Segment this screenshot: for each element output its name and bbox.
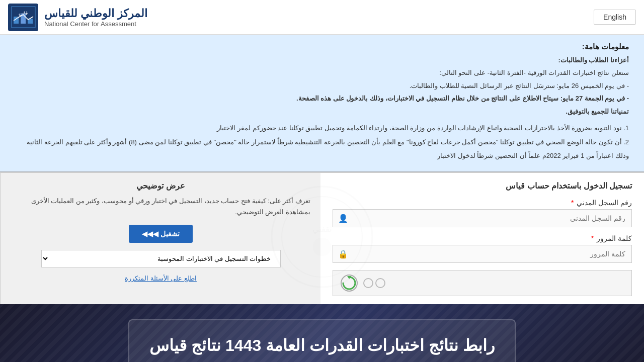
demo-description: تعرف أكثر على: كيفية فتح حساب جديد، التس…: [11, 196, 310, 218]
password-icon: 🔒: [333, 249, 353, 259]
header-logo-text: المركز الوطني للقياس National Center for…: [44, 7, 147, 28]
info-line-3: تمنياتنا للجميع بالتوفيق.: [15, 106, 629, 117]
password-label: كلمة المرور *: [333, 234, 632, 242]
header-logo: المركز الوطني للقياس National Center for…: [8, 4, 147, 31]
id-label: رقم السجل المدني *: [333, 199, 632, 207]
notice-2: 2. أن تكون حالة الوضع الصحي في تطبيق توك…: [15, 136, 629, 149]
tutorial-column: عرض توضيحي تعرف أكثر على: كيفية فتح حساب…: [0, 173, 320, 304]
banner-box: رابط نتائج اختبارات القدرات العامة 1443 …: [128, 319, 515, 362]
password-required-star: *: [591, 234, 594, 242]
id-label-text: رقم السجل المدني: [577, 199, 632, 207]
id-form-group: رقم السجل المدني * 👤: [333, 199, 632, 227]
info-section: معلومات هامة: أعزاءنا الطلاب والطالبات: …: [0, 35, 644, 171]
login-title: تسجيل الدخول باستخدام حساب قياس: [333, 181, 632, 191]
info-greeting: أعزاءنا الطلاب والطالبات:: [15, 54, 629, 66]
password-input-wrapper: 🔒: [333, 245, 632, 263]
id-icon: 👤: [333, 214, 353, 223]
main-area: ثقفني عرض توضيحي تعرف أكثر على: كيفية فت…: [0, 171, 644, 304]
columns: عرض توضيحي تعرف أكثر على: كيفية فتح حساب…: [0, 171, 644, 304]
recaptcha-icon: [340, 274, 358, 292]
logo-main-title: المركز الوطني للقياس: [44, 7, 147, 20]
demo-title: عرض توضيحي: [11, 181, 310, 191]
password-form-group: كلمة المرور * 🔒: [333, 234, 632, 263]
logo-icon: قياس: [8, 4, 38, 31]
info-line-2: - في يوم الجمعة 27 مايو: سيتاح الاطلاع ع…: [15, 93, 629, 104]
info-text: أعزاءنا الطلاب والطالبات: ستعلن نتائج اخ…: [15, 54, 629, 117]
info-line-0: ستعلن نتائج اختبارات القدرات الورقية -ال…: [15, 67, 629, 78]
captcha-area[interactable]: [333, 270, 632, 296]
id-input-wrapper: 👤: [333, 209, 632, 227]
info-notice: 1. نود التنويه بضرورة الأخذ بالاحترازات …: [15, 122, 629, 162]
password-input[interactable]: [353, 245, 631, 262]
banner: رابط نتائج اختبارات القدرات العامة 1443 …: [0, 304, 644, 362]
banner-text: رابط نتائج اختبارات القدرات العامة 1443 …: [149, 334, 494, 357]
dropdown-row: ▼خطوات التسجيل في الاختبارات المحوسبة: [11, 250, 310, 267]
header: English المركز الوطني للقياس National Ce…: [0, 0, 644, 35]
password-label-text: كلمة المرور: [597, 234, 632, 242]
tutorial-dropdown[interactable]: ▼خطوات التسجيل في الاختبارات المحوسبة: [41, 250, 281, 267]
info-title: معلومات هامة:: [15, 42, 629, 51]
notice-1: 1. نود التنويه بضرورة الأخذ بالاحترازات …: [15, 122, 629, 135]
login-column: تسجيل الدخول باستخدام حساب قياس رقم السج…: [320, 173, 644, 304]
id-required-star: *: [571, 199, 574, 207]
logo-sub-title: National Center for Assessment: [44, 20, 147, 28]
english-button[interactable]: English: [594, 10, 636, 25]
captcha-circles: [363, 278, 385, 288]
notice-3: وذلك اعتباراً من 1 فبراير 2022م علماً أن…: [15, 150, 629, 162]
id-input[interactable]: [353, 210, 631, 227]
faq-link[interactable]: اطلع على الأسئلة المتكررة: [11, 275, 310, 282]
play-button[interactable]: تشغيل ◀◀◀: [129, 225, 193, 243]
info-line-1: - في يوم الخميس 26 مايو: سترسَل النتائج …: [15, 80, 629, 92]
